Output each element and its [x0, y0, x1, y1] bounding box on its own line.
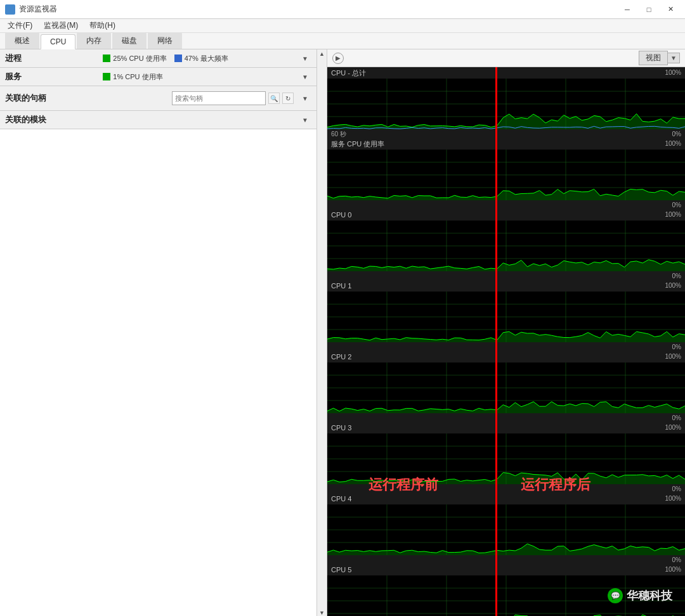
refresh-icon[interactable]: ↻: [282, 93, 294, 104]
left-scrollbar[interactable]: ▲ ▼: [317, 49, 327, 616]
freq-stat-dot: [174, 55, 182, 62]
handle-search-input[interactable]: [172, 91, 266, 105]
process-section-header[interactable]: 进程 25% CPU 使用率 47% 最大频率 ▼: [0, 49, 316, 68]
process-cpu-stat: 25% CPU 使用率: [103, 54, 166, 63]
cpu-stat-dot: [103, 55, 110, 62]
wechat-icon: 💬: [608, 588, 623, 603]
charts-container[interactable]: 运行程序前 运行程序后 💬 华穗科技: [327, 67, 685, 616]
right-panel: ▶ 视图 ▼ 运行程序前 运行程序后 💬 华穗科技: [327, 49, 685, 616]
handle-expand-btn[interactable]: ▼: [299, 92, 311, 105]
module-expand-btn[interactable]: ▼: [299, 113, 311, 126]
module-section-header[interactable]: 关联的模块 ▼: [0, 111, 316, 129]
toolbar-right: 视图 ▼: [639, 51, 680, 65]
tab-bar: 概述 CPU 内存 磁盘 网络: [0, 33, 685, 49]
scroll-down-btn[interactable]: ▼: [319, 610, 325, 616]
tab-cpu[interactable]: CPU: [41, 34, 75, 49]
menu-bar: 文件(F) 监视器(M) 帮助(H): [0, 19, 685, 33]
scroll-up-btn[interactable]: ▲: [319, 51, 325, 57]
tab-disk[interactable]: 磁盘: [112, 32, 147, 49]
menu-monitor[interactable]: 监视器(M): [39, 19, 83, 32]
annotation-line: [495, 67, 497, 616]
menu-help[interactable]: 帮助(H): [84, 19, 121, 32]
view-button[interactable]: 视图: [639, 51, 668, 65]
app-icon: [5, 4, 15, 15]
right-expand-btn[interactable]: ▶: [332, 53, 344, 64]
tab-network[interactable]: 网络: [148, 32, 182, 49]
service-stats: 1% CPU 使用率: [103, 72, 299, 82]
handle-title: 关联的句柄: [5, 93, 167, 104]
toolbar-left: ▶: [332, 53, 344, 64]
module-title: 关联的模块: [5, 114, 103, 125]
minimize-button[interactable]: ─: [618, 3, 637, 16]
max-freq-label: 47% 最大频率: [185, 54, 228, 63]
process-expand-btn[interactable]: ▼: [299, 52, 311, 65]
service-section-header[interactable]: 服务 1% CPU 使用率 ▼: [0, 68, 316, 86]
menu-file[interactable]: 文件(F): [3, 19, 37, 32]
maximize-button[interactable]: □: [639, 3, 658, 16]
annotation-before-label: 运行程序前: [369, 475, 438, 494]
right-toolbar: ▶ 视图 ▼: [327, 49, 685, 67]
left-panel: 进程 25% CPU 使用率 47% 最大频率 ▼ 服务 1% CPU 使用率: [0, 49, 317, 616]
charts-canvas: [327, 67, 685, 616]
search-icon[interactable]: 🔍: [268, 93, 280, 104]
process-stats: 25% CPU 使用率 47% 最大频率: [103, 54, 299, 63]
annotation-after-label: 运行程序后: [521, 475, 590, 494]
close-button[interactable]: ✕: [661, 3, 680, 16]
watermark: 💬 华穗科技: [608, 588, 672, 603]
tab-overview[interactable]: 概述: [5, 32, 39, 49]
window-title: 资源监视器: [19, 4, 57, 15]
title-bar: 资源监视器 ─ □ ✕: [0, 0, 685, 19]
service-title: 服务: [5, 71, 103, 82]
tab-memory[interactable]: 内存: [77, 32, 111, 49]
process-freq-stat: 47% 最大频率: [174, 54, 228, 63]
service-cpu-label: 1% CPU 使用率: [113, 72, 162, 82]
service-cpu-dot: [103, 73, 110, 80]
title-bar-left: 资源监视器: [5, 4, 57, 15]
brand-label: 华穗科技: [627, 588, 672, 603]
window-controls[interactable]: ─ □ ✕: [618, 3, 680, 16]
handle-section-header[interactable]: 关联的句柄 🔍 ↻ ▼: [0, 86, 316, 111]
cpu-usage-label: 25% CPU 使用率: [113, 54, 166, 63]
service-expand-btn[interactable]: ▼: [299, 70, 311, 83]
view-dropdown[interactable]: ▼: [668, 53, 680, 63]
process-title: 进程: [5, 53, 103, 64]
handle-search-area: 🔍 ↻: [167, 89, 299, 108]
service-cpu-stat: 1% CPU 使用率: [103, 72, 162, 82]
main-content: 进程 25% CPU 使用率 47% 最大频率 ▼ 服务 1% CPU 使用率: [0, 49, 685, 616]
